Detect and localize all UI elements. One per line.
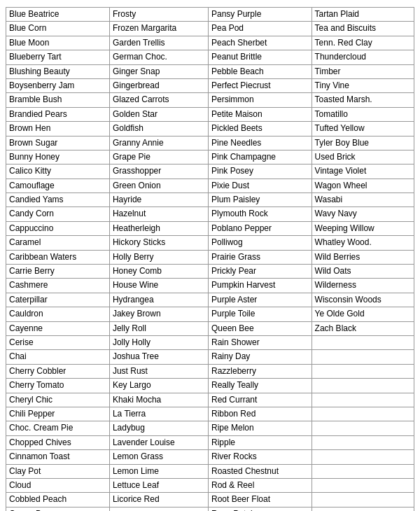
table-cell: [312, 493, 414, 507]
table-cell: Ye Olde Gold: [312, 307, 414, 321]
table-cell: Cocoa Bean: [6, 507, 110, 511]
table-cell: Peanut Brittle: [208, 50, 312, 64]
table-row: Cocoa BeanRose Petal: [6, 507, 414, 511]
table-cell: Tomatillo: [312, 107, 414, 121]
table-cell: Brandied Pears: [6, 107, 110, 121]
table-row: Carrie BerryHoney CombPrickly PearWild O…: [6, 265, 414, 279]
table-cell: Blue Corn: [6, 22, 110, 36]
table-row: Cherry TomatoKey LargoReally Teally: [6, 379, 414, 393]
table-row: CaterpillarHydrangeaPurple AsterWisconsi…: [6, 293, 414, 307]
color-table-container: Blue BeatriceFrostyPansy PurpleTartan Pl…: [6, 7, 414, 511]
table-cell: Cheryl Chic: [6, 393, 110, 407]
color-table: Blue BeatriceFrostyPansy PurpleTartan Pl…: [6, 7, 414, 511]
table-cell: Plum Paisley: [208, 193, 312, 207]
table-cell: Chopped Chives: [6, 435, 110, 449]
table-cell: Lavender Louise: [109, 435, 208, 449]
table-cell: Pink Champagne: [208, 150, 312, 164]
table-cell: House Wine: [109, 279, 208, 293]
table-cell: Wasabi: [312, 193, 414, 207]
table-row: CaramelHickory SticksPolliwogWhatley Woo…: [6, 236, 414, 250]
table-row: Cobbled PeachLicorice RedRoot Beer Float: [6, 493, 414, 507]
table-cell: Cinnamon Toast: [6, 450, 110, 464]
table-row: Chili PepperLa TierraRibbon Red: [6, 407, 414, 421]
table-cell: Green Onion: [109, 178, 208, 192]
table-cell: Tea and Biscuits: [312, 22, 414, 36]
table-cell: Pebble Beach: [208, 64, 312, 78]
table-cell: Prairie Grass: [208, 250, 312, 264]
table-cell: Rain Shower: [208, 335, 312, 349]
table-cell: [109, 507, 208, 511]
table-cell: Cashmere: [6, 279, 110, 293]
table-cell: Ripple: [208, 435, 312, 449]
table-cell: [312, 379, 414, 393]
table-cell: Cayenne: [6, 321, 110, 335]
table-row: CamouflageGreen OnionPixie DustWagon Whe…: [6, 178, 414, 192]
table-cell: Lemon Grass: [109, 450, 208, 464]
table-row: Blue MoonGarden TrellisPeach SherbetTenn…: [6, 36, 414, 50]
table-cell: Cauldron: [6, 307, 110, 321]
table-cell: Brown Sugar: [6, 136, 110, 150]
table-cell: La Tierra: [109, 407, 208, 421]
table-cell: Petite Maison: [208, 107, 312, 121]
table-cell: Caribbean Waters: [6, 250, 110, 264]
table-cell: Frosty: [109, 8, 208, 22]
table-cell: [312, 364, 414, 378]
table-row: CloudLettuce LeafRod & Reel: [6, 478, 414, 492]
table-row: Cinnamon ToastLemon GrassRiver Rocks: [6, 450, 414, 464]
table-cell: Camouflage: [6, 178, 110, 192]
table-cell: Granny Annie: [109, 136, 208, 150]
table-cell: Rose Petal: [208, 507, 312, 511]
table-cell: Calico Kitty: [6, 164, 110, 178]
table-cell: Jolly Holly: [109, 335, 208, 349]
table-row: Candy CornHazelnutPlymouth RockWavy Navy: [6, 207, 414, 221]
table-cell: Gingerbread: [109, 78, 208, 92]
table-cell: Golden Star: [109, 107, 208, 121]
table-cell: [312, 407, 414, 421]
table-cell: Polliwog: [208, 236, 312, 250]
table-row: Blushing BeautyGinger SnapPebble BeachTi…: [6, 64, 414, 78]
table-cell: Choc. Cream Pie: [6, 421, 110, 435]
table-cell: Wilderness: [312, 279, 414, 293]
table-cell: Pixie Dust: [208, 178, 312, 192]
table-row: Choc. Cream PieLadybugRipe Melon: [6, 421, 414, 435]
table-cell: Goldfish: [109, 122, 208, 136]
table-cell: Frozen Margarita: [109, 22, 208, 36]
table-cell: Perfect Piecrust: [208, 78, 312, 92]
table-cell: Boysenberry Jam: [6, 78, 110, 92]
table-cell: Hickory Sticks: [109, 236, 208, 250]
table-cell: Licorice Red: [109, 493, 208, 507]
table-cell: Jelly Roll: [109, 321, 208, 335]
table-cell: Lemon Lime: [109, 464, 208, 478]
table-cell: Brown Hen: [6, 122, 110, 136]
table-cell: Thundercloud: [312, 50, 414, 64]
table-cell: Root Beer Float: [208, 493, 312, 507]
table-cell: Ripe Melon: [208, 421, 312, 435]
table-row: CayenneJelly RollQueen BeeZach Black: [6, 321, 414, 335]
table-cell: Garden Trellis: [109, 36, 208, 50]
table-cell: Toasted Marsh.: [312, 93, 414, 107]
table-cell: Grasshopper: [109, 164, 208, 178]
table-cell: Tufted Yellow: [312, 122, 414, 136]
table-cell: Rod & Reel: [208, 478, 312, 492]
table-cell: Blueberry Tart: [6, 50, 110, 64]
table-cell: Hazelnut: [109, 207, 208, 221]
table-cell: Pumpkin Harvest: [208, 279, 312, 293]
table-cell: Carrie Berry: [6, 265, 110, 279]
table-cell: [312, 421, 414, 435]
table-cell: Zach Black: [312, 321, 414, 335]
table-cell: Wild Berries: [312, 250, 414, 264]
table-row: Candied YamsHayridePlum PaisleyWasabi: [6, 193, 414, 207]
table-cell: Used Brick: [312, 150, 414, 164]
table-cell: [312, 350, 414, 364]
table-row: Brown HenGoldfishPickled BeetsTufted Yel…: [6, 122, 414, 136]
table-cell: Wisconsin Woods: [312, 293, 414, 307]
table-row: Blue BeatriceFrostyPansy PurpleTartan Pl…: [6, 8, 414, 22]
table-cell: Heatherleigh: [109, 221, 208, 235]
table-cell: Lettuce Leaf: [109, 478, 208, 492]
table-cell: Caramel: [6, 236, 110, 250]
table-row: Bunny HoneyGrape PiePink ChampagneUsed B…: [6, 150, 414, 164]
table-row: Chopped ChivesLavender LouiseRipple: [6, 435, 414, 449]
table-row: Cherry CobblerJust RustRazzleberry: [6, 364, 414, 378]
table-cell: Peach Sherbet: [208, 36, 312, 50]
table-row: Bramble BushGlazed CarrotsPersimmonToast…: [6, 93, 414, 107]
